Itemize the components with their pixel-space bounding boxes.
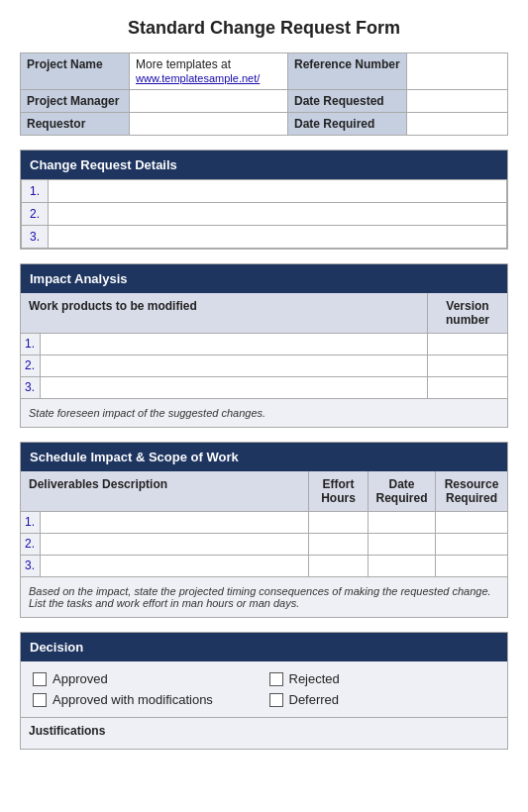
impact-num-1: 1. — [21, 334, 41, 355]
approved-option[interactable]: Approved — [33, 671, 260, 686]
change-request-details-section: Change Request Details 1. 2. 3. — [20, 150, 508, 250]
schedule-col-headers: Deliverables Description Effort Hours Da… — [21, 471, 507, 512]
impact-col-main-header: Work products to be modified — [21, 293, 428, 333]
item-content-1[interactable] — [49, 180, 507, 203]
item-num-3: 3. — [22, 226, 49, 249]
date-required-label: Date Required — [288, 113, 407, 136]
project-name-value[interactable]: More templates at www.templatesample.net… — [130, 53, 288, 90]
change-request-details-header: Change Request Details — [21, 151, 507, 179]
approved-label: Approved — [53, 671, 108, 686]
table-row: 3. — [21, 377, 507, 399]
impact-ver-2[interactable] — [428, 355, 507, 376]
schedule-num-1: 1. — [21, 512, 41, 533]
reference-number-value[interactable] — [406, 53, 507, 90]
decision-body: Approved Rejected Approved with modifica… — [21, 661, 507, 717]
requestor-label: Requestor — [21, 113, 130, 136]
impact-desc-3[interactable] — [41, 377, 428, 398]
deferred-option[interactable]: Deferred — [269, 692, 496, 707]
impact-ver-3[interactable] — [428, 377, 507, 398]
table-row: 3. — [21, 556, 507, 577]
schedule-impact-header: Schedule Impact & Scope of Work — [21, 443, 507, 471]
reference-number-label: Reference Number — [288, 53, 407, 90]
deferred-label: Deferred — [289, 692, 340, 707]
impact-analysis-header: Impact Analysis — [21, 264, 507, 293]
rejected-option[interactable]: Rejected — [269, 671, 496, 686]
template-link[interactable]: www.templatesample.net/ — [136, 72, 260, 84]
deferred-checkbox[interactable] — [269, 693, 283, 707]
impact-analysis-col-headers: Work products to be modified Version num… — [21, 293, 507, 334]
schedule-effort-3[interactable] — [309, 556, 369, 576]
decision-section: Decision Approved Rejected Approved with… — [20, 632, 508, 750]
schedule-col-date-header: Date Required — [369, 471, 436, 511]
schedule-date-2[interactable] — [369, 534, 436, 555]
justifications-label: Justifications — [21, 717, 507, 749]
requestor-value[interactable] — [130, 113, 288, 136]
schedule-num-3: 3. — [21, 556, 41, 576]
approved-with-mods-checkbox[interactable] — [33, 693, 47, 707]
decision-header: Decision — [21, 633, 507, 661]
rejected-label: Rejected — [289, 671, 340, 686]
schedule-col-effort-header: Effort Hours — [309, 471, 369, 511]
rejected-checkbox[interactable] — [269, 672, 283, 686]
impact-desc-2[interactable] — [41, 355, 428, 376]
project-name-label: Project Name — [21, 53, 130, 90]
table-row: 2. — [22, 203, 507, 226]
project-manager-value[interactable] — [130, 90, 288, 113]
schedule-note: Based on the impact, state the projected… — [21, 577, 507, 617]
date-requested-value[interactable] — [406, 90, 507, 113]
schedule-resource-3[interactable] — [436, 556, 507, 576]
table-row: 3. — [22, 226, 507, 249]
impact-num-3: 3. — [21, 377, 41, 398]
approved-with-mods-option[interactable]: Approved with modifications — [33, 692, 260, 707]
impact-analysis-section: Impact Analysis Work products to be modi… — [20, 263, 508, 428]
schedule-del-3[interactable] — [41, 556, 309, 576]
page-title: Standard Change Request Form — [20, 18, 508, 39]
project-manager-label: Project Manager — [21, 90, 130, 113]
date-required-value[interactable] — [406, 113, 507, 136]
schedule-del-2[interactable] — [41, 534, 309, 555]
change-request-details-table: 1. 2. 3. — [21, 179, 507, 249]
schedule-impact-section: Schedule Impact & Scope of Work Delivera… — [20, 442, 508, 618]
schedule-col-resource-header: Resource Required — [436, 471, 507, 511]
schedule-resource-1[interactable] — [436, 512, 507, 533]
impact-desc-1[interactable] — [41, 334, 428, 355]
impact-note: State foreseen impact of the suggested c… — [21, 399, 507, 427]
impact-ver-1[interactable] — [428, 334, 507, 355]
schedule-del-1[interactable] — [41, 512, 309, 533]
info-table: Project Name More templates at www.templ… — [20, 52, 508, 136]
schedule-col-del-header: Deliverables Description — [21, 471, 309, 511]
table-row: 2. — [21, 534, 507, 556]
item-num-2: 2. — [22, 203, 49, 226]
approved-with-mods-label: Approved with modifications — [53, 692, 213, 707]
schedule-effort-2[interactable] — [309, 534, 369, 555]
decision-options-grid: Approved Rejected Approved with modifica… — [33, 671, 495, 707]
item-num-1: 1. — [22, 180, 49, 203]
table-row: 1. — [21, 512, 507, 534]
table-row: 1. — [21, 334, 507, 355]
item-content-2[interactable] — [49, 203, 507, 226]
more-templates-text: More templates at — [136, 57, 231, 71]
table-row: 1. — [22, 180, 507, 203]
schedule-resource-2[interactable] — [436, 534, 507, 555]
impact-num-2: 2. — [21, 355, 41, 376]
approved-checkbox[interactable] — [33, 672, 47, 686]
impact-col-version-header: Version number — [428, 293, 507, 333]
impact-rows: 1. 2. 3. — [21, 334, 507, 399]
schedule-date-3[interactable] — [369, 556, 436, 576]
table-row: 2. — [21, 355, 507, 377]
item-content-3[interactable] — [49, 226, 507, 249]
schedule-num-2: 2. — [21, 534, 41, 555]
schedule-date-1[interactable] — [369, 512, 436, 533]
date-requested-label: Date Requested — [288, 90, 407, 113]
schedule-effort-1[interactable] — [309, 512, 369, 533]
